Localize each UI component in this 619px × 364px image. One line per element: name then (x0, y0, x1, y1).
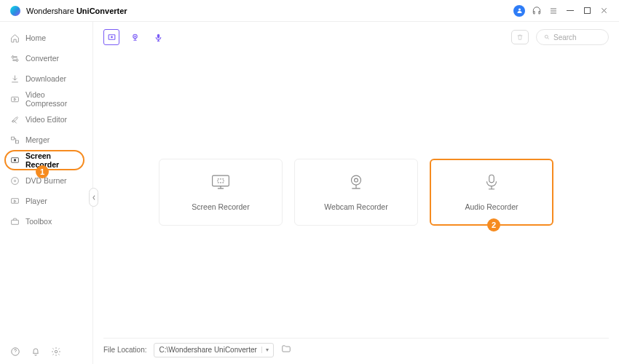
chevron-down-icon: ▾ (261, 347, 269, 353)
editor-icon (10, 115, 20, 124)
compressor-icon (10, 95, 20, 104)
sidebar-item-label: Screen Recorder (25, 151, 82, 169)
card-label: Screen Recorder (192, 202, 249, 211)
collapse-sidebar-button[interactable] (89, 188, 98, 207)
card-label: Webcam Recorder (324, 202, 387, 211)
annotation-badge-2: 2 (487, 218, 500, 232)
sidebar-item-label: Converter (25, 54, 59, 63)
svg-point-16 (545, 35, 548, 38)
svg-rect-18 (218, 179, 224, 183)
close-button[interactable] (599, 6, 609, 16)
sidebar-item-label: Toolbox (25, 217, 52, 226)
sidebar-item-label: Downloader (25, 74, 66, 83)
svg-point-19 (352, 175, 361, 185)
open-folder-button[interactable] (281, 344, 291, 357)
main-panel: Screen Recorder Webcam Recorder Audio Re… (93, 22, 619, 364)
svg-rect-8 (12, 220, 19, 224)
user-avatar-icon[interactable] (513, 5, 525, 17)
toolbox-icon (10, 217, 20, 226)
sidebar-item-label: Video Compressor (25, 90, 82, 108)
tool-screen-icon[interactable] (103, 29, 119, 45)
app-title: Wondershare UniConverter (26, 7, 127, 15)
search-box[interactable] (536, 29, 609, 45)
app-title-prefix: Wondershare (26, 7, 74, 15)
sidebar: Home Converter Downloader Video Compress… (0, 22, 93, 364)
svg-point-12 (111, 36, 113, 38)
svg-point-6 (14, 180, 15, 181)
player-icon (10, 197, 20, 206)
sidebar-item-label: DVD Burner (25, 176, 67, 185)
maximize-button[interactable] (582, 6, 592, 16)
converter-icon (10, 54, 20, 63)
svg-point-5 (12, 177, 19, 184)
card-label: Audio Recorder (465, 202, 519, 211)
sidebar-item-merger[interactable]: Merger (0, 130, 92, 150)
sidebar-item-label: Merger (25, 135, 50, 144)
screen-recorder-card[interactable]: Screen Recorder (159, 159, 283, 226)
sidebar-item-converter[interactable]: Converter (0, 48, 92, 68)
svg-rect-21 (489, 175, 494, 183)
sidebar-item-label: Player (25, 197, 47, 205)
sidebar-item-screen-recorder[interactable]: Screen Recorder (0, 150, 92, 170)
screen-recorder-icon (10, 156, 20, 165)
menu-icon[interactable] (548, 6, 559, 16)
sidebar-item-compressor[interactable]: Video Compressor (0, 89, 92, 109)
svg-rect-0 (12, 97, 19, 102)
delete-button[interactable] (511, 30, 529, 44)
svg-rect-1 (12, 137, 15, 140)
svg-point-4 (14, 159, 16, 161)
file-location-label: File Location: (103, 346, 146, 354)
webcam-recorder-card[interactable]: Webcam Recorder (294, 159, 418, 226)
svg-rect-17 (213, 175, 229, 186)
app-logo-icon (10, 6, 20, 16)
sidebar-item-home[interactable]: Home (0, 28, 92, 48)
file-location-path[interactable]: C:\Wondershare UniConverter ▾ (154, 343, 273, 357)
microphone-icon (482, 173, 501, 194)
headset-icon[interactable] (532, 6, 542, 16)
tool-microphone-icon[interactable] (150, 29, 166, 45)
bell-icon[interactable] (31, 347, 41, 357)
svg-rect-2 (16, 141, 19, 143)
search-input[interactable] (553, 33, 601, 41)
screen-icon (211, 173, 230, 194)
svg-point-14 (134, 35, 135, 36)
webcam-icon (347, 173, 366, 194)
tool-webcam-icon[interactable] (127, 29, 143, 45)
search-icon (544, 33, 550, 41)
recorder-options: Screen Recorder Webcam Recorder Audio Re… (103, 47, 609, 338)
toolbar (103, 28, 609, 47)
sidebar-item-player[interactable]: Player (0, 191, 92, 211)
svg-point-20 (355, 178, 358, 182)
sidebar-item-dvd-burner[interactable]: DVD Burner (0, 170, 92, 191)
sidebar-item-label: Home (25, 33, 46, 42)
home-icon (10, 33, 20, 43)
svg-rect-15 (157, 33, 159, 38)
downloader-icon (10, 74, 20, 84)
help-icon[interactable] (10, 347, 20, 357)
sidebar-item-downloader[interactable]: Downloader (0, 68, 92, 89)
sidebar-item-label: Video Editor (25, 115, 67, 124)
settings-icon[interactable] (51, 347, 61, 357)
sidebar-item-editor[interactable]: Video Editor (0, 109, 92, 130)
app-title-product: UniConverter (76, 7, 127, 15)
audio-recorder-card[interactable]: Audio Recorder 2 (430, 159, 553, 226)
footer: File Location: C:\Wondershare UniConvert… (103, 338, 609, 357)
dvd-burner-icon (10, 176, 20, 186)
merger-icon (10, 135, 20, 145)
svg-point-10 (55, 350, 58, 353)
file-location-path-text: C:\Wondershare UniConverter (159, 346, 256, 354)
sidebar-item-toolbox[interactable]: Toolbox (0, 211, 92, 232)
title-bar: Wondershare UniConverter (0, 0, 619, 22)
minimize-button[interactable] (565, 6, 575, 16)
